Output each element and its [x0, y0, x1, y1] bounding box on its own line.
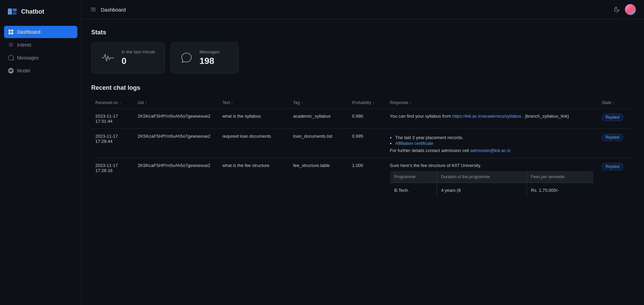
sidebar-item-intents-label: Intents: [17, 42, 31, 48]
state-badge-2: Replied: [602, 134, 623, 141]
response-bullets-2: The last 3 year placement records. Affil…: [390, 135, 594, 146]
cell-tag-2: loan_documents.list: [289, 129, 348, 158]
topbar-left: Dashboard: [90, 6, 126, 13]
sidebar-item-messages[interactable]: Messages: [4, 52, 77, 64]
response-footer-2: For further details contact admission ce…: [390, 148, 594, 153]
cell-probability-1: 0.990: [348, 109, 386, 129]
fee-col-duration: Duration of the programme: [437, 171, 527, 183]
cell-state-3: Replied: [598, 158, 634, 203]
fee-cell-programme: B.Tech.: [390, 183, 437, 198]
cell-response-3: Sure here's the fee structure of KIIT Un…: [386, 158, 598, 203]
cell-uid-1: 2KSKcaFSHfYm5vAh5o7gewseoue2: [133, 109, 218, 129]
table-row: 2023-11-17 17:31:44 2KSKcaFSHfYm5vAh5o7g…: [91, 109, 634, 129]
menu-icon[interactable]: [90, 6, 97, 13]
stat-messages-value: 198: [199, 56, 220, 66]
chat-bubble-icon: [180, 52, 193, 64]
sort-icon-response: ↕: [409, 101, 411, 105]
stat-messages-label: Messages: [199, 49, 220, 54]
table-row: 2023-11-17 17:28:16 2KSKcaFSHfYm5vAh5o7g…: [91, 158, 634, 203]
bullet-item-2: Affiliation certificate: [395, 141, 594, 146]
topbar-right: [613, 4, 636, 15]
sort-icon-received-on: ↓: [119, 101, 121, 105]
bullet-item-1: The last 3 year placement records.: [395, 135, 594, 140]
stat-info-messages: Messages 198: [199, 49, 220, 66]
sidebar-item-dashboard[interactable]: Dashboard: [4, 26, 77, 38]
moon-icon[interactable]: [613, 6, 620, 13]
sidebar-item-dashboard-label: Dashboard: [17, 29, 41, 35]
intents-icon: [8, 42, 14, 48]
col-header-text[interactable]: Text ↕: [218, 97, 289, 109]
cell-uid-3: 2KSKcaFSHfYm5vAh5o7gewseoue2: [133, 158, 218, 203]
stat-last-minute-label: In the last minute: [122, 49, 155, 54]
stats-section-title: Stats: [91, 29, 634, 36]
col-header-uid[interactable]: Uid ↕: [133, 97, 218, 109]
topbar-title: Dashboard: [101, 7, 126, 13]
cell-state-2: Replied: [598, 129, 634, 158]
fee-cell-duration: 4 years (8: [437, 183, 527, 198]
col-header-response[interactable]: Response ↕: [386, 97, 598, 109]
recent-logs-title: Recent chat logs: [91, 84, 634, 91]
cell-tag-3: fee_structure.table: [289, 158, 348, 203]
sidebar-nav: Dashboard Intents Messages Model: [0, 23, 81, 80]
sort-icon-probability: ↕: [372, 101, 374, 105]
cell-text-2: required loan documents: [218, 129, 289, 158]
svg-rect-2: [13, 12, 17, 15]
svg-rect-1: [13, 9, 17, 11]
cell-state-1: Replied: [598, 109, 634, 129]
col-header-probability[interactable]: Probability ↕: [348, 97, 386, 109]
col-header-tag[interactable]: Tag ↕: [289, 97, 348, 109]
fee-cell-fees: Rs. 1,75,000/-: [527, 183, 593, 198]
sidebar-item-messages-label: Messages: [17, 55, 39, 61]
cell-text-3: what is the fee structure: [218, 158, 289, 203]
cell-uid-2: 2KSKcaFSHfYm5vAh5o7gewseoue2: [133, 129, 218, 158]
svg-rect-0: [8, 9, 12, 15]
cell-received-on-1: 2023-11-17 17:31:44: [91, 109, 133, 129]
cell-response-1: You can find your syllabus from https://…: [386, 109, 598, 129]
sidebar-item-intents[interactable]: Intents: [4, 39, 77, 51]
sidebar: Chatbot Dashboard Intents Messages Model: [0, 0, 82, 305]
logo-icon: [7, 6, 18, 17]
sidebar-item-model-label: Model: [17, 68, 30, 73]
fee-structure-table: Programme Duration of the programme Fees…: [390, 171, 594, 198]
cell-text-1: what is the syllabus: [218, 109, 289, 129]
sort-icon-state: ↕: [613, 101, 614, 105]
fee-col-fees: Fees per semester: [527, 171, 593, 183]
content-area: Stats In the last minute 0: [82, 19, 644, 305]
response-intro-3: Sure here's the fee structure of KIIT Un…: [390, 163, 594, 168]
cell-response-2: The last 3 year placement records. Affil…: [386, 129, 598, 158]
sort-icon-tag: ↕: [301, 101, 303, 105]
sort-icon-uid: ↕: [145, 101, 147, 105]
model-icon: [8, 68, 14, 73]
dashboard-icon: [8, 29, 14, 35]
chat-logs-table: Received on ↓ Uid ↕ Text ↕: [91, 97, 634, 203]
topbar: Dashboard: [82, 0, 644, 19]
stats-row: In the last minute 0 Messages 198: [91, 42, 634, 73]
main-content: Dashboard Stats In the l: [82, 0, 644, 305]
stat-card-last-minute: In the last minute 0: [91, 42, 165, 73]
response-text-1: You can find your syllabus from: [390, 114, 451, 119]
affiliation-link[interactable]: Affiliation certificate: [395, 141, 433, 146]
fee-table-row: B.Tech. 4 years (8 Rs. 1,75,000/-: [390, 183, 594, 198]
response-link-1[interactable]: https://kiit.ac.in/academics/syllabus: [452, 114, 521, 119]
col-header-state[interactable]: State ↕: [598, 97, 634, 109]
cell-probability-2: 0.995: [348, 129, 386, 158]
app-name: Chatbot: [21, 8, 44, 15]
messages-icon: [8, 55, 14, 61]
cell-probability-3: 1.000: [348, 158, 386, 203]
col-header-received-on[interactable]: Received on ↓: [91, 97, 133, 109]
response-suffix-1: . {branch_syllabus_link}: [522, 114, 569, 119]
sidebar-item-model[interactable]: Model: [4, 65, 77, 77]
state-badge-1: Replied: [602, 114, 623, 121]
stat-card-messages: Messages 198: [171, 42, 239, 73]
sort-icon-text: ↕: [231, 101, 233, 105]
stat-last-minute-value: 0: [122, 56, 155, 66]
table-row: 2023-11-17 17:28:44 2KSKcaFSHfYm5vAh5o7g…: [91, 129, 634, 158]
cell-tag-1: academic_syllabus: [289, 109, 348, 129]
avatar[interactable]: [625, 4, 636, 15]
email-link-2[interactable]: admission@kiit.ac.in: [470, 148, 511, 153]
fee-col-programme: Programme: [390, 171, 437, 183]
cell-received-on-2: 2023-11-17 17:28:44: [91, 129, 133, 158]
pulse-icon: [101, 51, 115, 65]
sidebar-logo: Chatbot: [0, 0, 81, 23]
stat-info-last-minute: In the last minute 0: [122, 49, 155, 66]
